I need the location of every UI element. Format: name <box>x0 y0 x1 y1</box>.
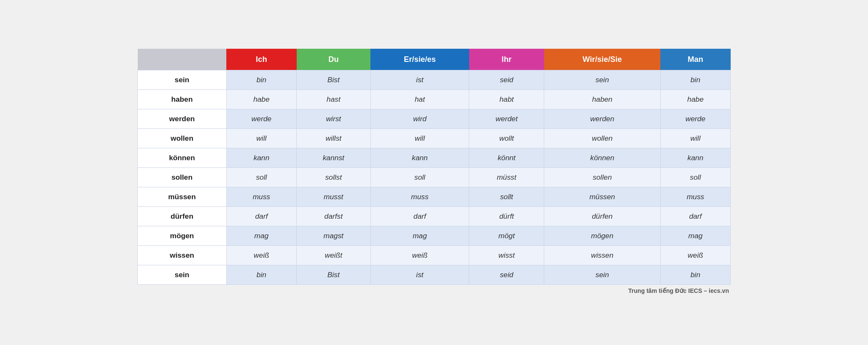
header-du: Du <box>297 49 371 70</box>
cell-ihr: seid <box>469 70 544 89</box>
cell-wir: müssen <box>544 187 660 206</box>
cell-er: kann <box>370 148 469 167</box>
cell-du: wirst <box>297 109 371 128</box>
cell-wir: haben <box>544 89 660 109</box>
cell-verb: haben <box>138 89 227 109</box>
table-body: seinbinBististseidseinbinhabenhabehastha… <box>138 70 731 284</box>
cell-verb: wollen <box>138 128 227 148</box>
cell-wir: können <box>544 148 660 167</box>
header-wir: Wir/sie/Sie <box>544 49 660 70</box>
cell-ihr: sollt <box>469 187 544 206</box>
cell-du: weißt <box>297 245 371 265</box>
cell-man: bin <box>660 265 730 284</box>
cell-ich: bin <box>226 70 296 89</box>
cell-ich: soll <box>226 167 296 187</box>
cell-wir: sein <box>544 70 660 89</box>
cell-du: hast <box>297 89 371 109</box>
cell-ihr: habt <box>469 89 544 109</box>
table-row: mögenmagmagstmagmögtmögenmag <box>138 226 731 245</box>
cell-ich: weiß <box>226 245 296 265</box>
cell-ihr: wollt <box>469 128 544 148</box>
cell-ich: darf <box>226 206 296 226</box>
cell-er: mag <box>370 226 469 245</box>
cell-ihr: dürft <box>469 206 544 226</box>
cell-wir: mögen <box>544 226 660 245</box>
cell-verb: sein <box>138 70 227 89</box>
cell-du: kannst <box>297 148 371 167</box>
cell-du: sollst <box>297 167 371 187</box>
cell-ich: bin <box>226 265 296 284</box>
cell-wir: werden <box>544 109 660 128</box>
footer: Trung tâm tiếng Đức IECS – iecs.vn <box>137 285 731 297</box>
table-row: habenhabehasthathabthabenhabe <box>138 89 731 109</box>
cell-er: ist <box>370 70 469 89</box>
cell-ihr: mögt <box>469 226 544 245</box>
conjugation-table: Ich Du Er/sie/es Ihr Wir/sie/Sie Man sei… <box>137 49 731 285</box>
cell-wir: dürfen <box>544 206 660 226</box>
header-blank <box>138 49 227 70</box>
table-row: dürfendarfdarfstdarfdürftdürfendarf <box>138 206 731 226</box>
cell-man: weiß <box>660 245 730 265</box>
cell-verb: wissen <box>138 245 227 265</box>
cell-man: muss <box>660 187 730 206</box>
cell-ich: habe <box>226 89 296 109</box>
table-row: müssenmussmusstmusssolltmüssenmuss <box>138 187 731 206</box>
cell-ich: muss <box>226 187 296 206</box>
cell-verb: sein <box>138 265 227 284</box>
cell-man: kann <box>660 148 730 167</box>
table-row: sollensollsollstsollmüsstsollensoll <box>138 167 731 187</box>
cell-du: magst <box>297 226 371 245</box>
cell-er: ist <box>370 265 469 284</box>
cell-du: musst <box>297 187 371 206</box>
header-er: Er/sie/es <box>370 49 469 70</box>
cell-er: darf <box>370 206 469 226</box>
cell-ihr: wisst <box>469 245 544 265</box>
cell-er: weiß <box>370 245 469 265</box>
table-row: wollenwillwillstwillwolltwollenwill <box>138 128 731 148</box>
table-row: seinbinBististseidseinbin <box>138 70 731 89</box>
cell-man: bin <box>660 70 730 89</box>
header-man: Man <box>660 49 730 70</box>
cell-verb: mögen <box>138 226 227 245</box>
cell-verb: sollen <box>138 167 227 187</box>
table-wrapper: INTER NATIONAL EDUCATION IECS CONSULTANC… <box>137 49 731 285</box>
table-row: könnenkannkannstkannkönntkönnenkann <box>138 148 731 167</box>
cell-ich: will <box>226 128 296 148</box>
cell-du: darfst <box>297 206 371 226</box>
cell-wir: sollen <box>544 167 660 187</box>
header-ihr: Ihr <box>469 49 544 70</box>
cell-verb: können <box>138 148 227 167</box>
table-row: seinbinBististseidseinbin <box>138 265 731 284</box>
table-row: werdenwerdewirstwirdwerdetwerdenwerde <box>138 109 731 128</box>
cell-ihr: seid <box>469 265 544 284</box>
cell-man: soll <box>660 167 730 187</box>
cell-er: hat <box>370 89 469 109</box>
cell-ich: kann <box>226 148 296 167</box>
cell-verb: werden <box>138 109 227 128</box>
cell-man: habe <box>660 89 730 109</box>
cell-ich: mag <box>226 226 296 245</box>
cell-ihr: werdet <box>469 109 544 128</box>
cell-man: mag <box>660 226 730 245</box>
cell-ihr: müsst <box>469 167 544 187</box>
cell-wir: wissen <box>544 245 660 265</box>
footer-text: Trung tâm tiếng Đức IECS – iecs.vn <box>628 287 729 294</box>
cell-ihr: könnt <box>469 148 544 167</box>
cell-er: will <box>370 128 469 148</box>
cell-er: wird <box>370 109 469 128</box>
table-row: wissenweißweißtweißwisstwissenweiß <box>138 245 731 265</box>
cell-ich: werde <box>226 109 296 128</box>
cell-er: muss <box>370 187 469 206</box>
cell-du: willst <box>297 128 371 148</box>
cell-wir: sein <box>544 265 660 284</box>
cell-er: soll <box>370 167 469 187</box>
cell-verb: müssen <box>138 187 227 206</box>
cell-verb: dürfen <box>138 206 227 226</box>
header-row: Ich Du Er/sie/es Ihr Wir/sie/Sie Man <box>138 49 731 70</box>
header-ich: Ich <box>226 49 296 70</box>
cell-du: Bist <box>297 70 371 89</box>
cell-man: werde <box>660 109 730 128</box>
cell-wir: wollen <box>544 128 660 148</box>
cell-du: Bist <box>297 265 371 284</box>
cell-man: will <box>660 128 730 148</box>
